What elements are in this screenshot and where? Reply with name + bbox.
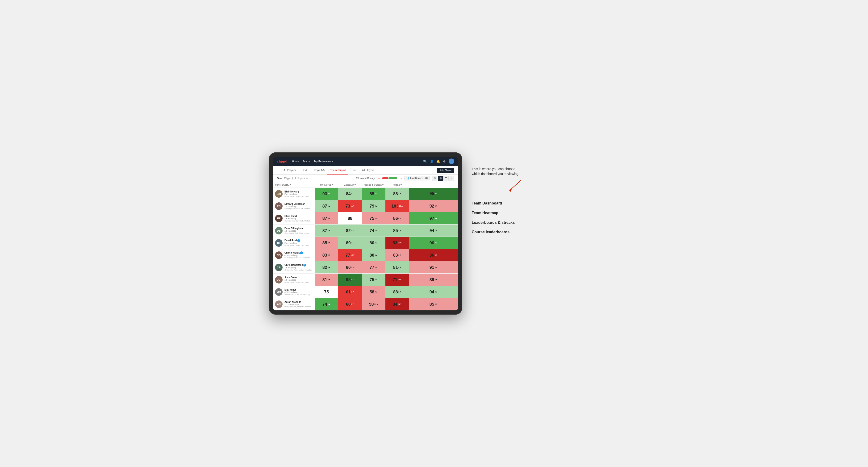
last-rounds-button[interactable]: 📊 Last Rounds: 20: [404, 176, 430, 181]
svg-line-0: [509, 180, 521, 191]
player-name: Charlie Quick: [284, 251, 313, 254]
stat-cell-6-3: 81 4▲: [385, 261, 409, 274]
stat-value: 85: [370, 192, 374, 196]
subnav-pgat[interactable]: PGAT Players: [277, 166, 299, 175]
table-row[interactable]: MM Matt Miller 6-10 Handicap Woburn Golf…: [273, 286, 458, 298]
stat-value: 94: [430, 290, 434, 294]
team-controls: 20 Round Change -5 +5 📊 Last Rounds: 20 …: [356, 176, 454, 181]
bell-icon[interactable]: 🔔: [436, 160, 440, 163]
player-cell-7: JC Josh Coles 1-5 Handicap Royal North D…: [273, 274, 315, 286]
stat-change: 21▼: [398, 303, 402, 305]
subnav-hcaps[interactable]: Hcaps 1-5: [310, 166, 328, 175]
stat-cell-2-1: 88: [338, 212, 362, 224]
stat-change: 3▼: [375, 266, 378, 269]
annotation-item-0: Team Dashboard: [472, 201, 538, 206]
player-hcp: Plus Handicap: [284, 193, 313, 195]
player-cell-3: DB Dave Billingham 1-5 Handicap Gog Mago…: [273, 224, 315, 237]
annotation-arrow: This is where you can choose which dashb…: [472, 166, 538, 194]
player-cell-6: CR Chris Robertson 1-5 Handicap Craigmil…: [273, 261, 315, 274]
player-name: Aaron Nicholls: [284, 301, 313, 303]
nav-link-home[interactable]: Home: [292, 160, 299, 163]
col-header-approach[interactable]: Approach ▾: [338, 182, 362, 188]
neg-change: -5: [378, 177, 380, 180]
table-row[interactable]: EE Elliot Ebert 1-5 Handicap Sunningdale…: [273, 212, 458, 224]
nav-link-myperformance[interactable]: My Performance: [314, 160, 333, 163]
player-hcp: 1-5 Handicap: [284, 279, 313, 281]
player-info: Blair McHarg Plus Handicap Royal North D…: [284, 190, 313, 197]
player-avatar: JC: [275, 276, 283, 283]
table-row[interactable]: CR Chris Robertson 1-5 Handicap Craigmil…: [273, 261, 458, 274]
player-name: Edward Crossman: [284, 203, 313, 205]
stat-change: 8▼: [435, 254, 437, 256]
stat-change: 2▲: [375, 279, 378, 281]
stat-cell-3-3: 85 3▼: [385, 224, 409, 237]
player-cell-1: EC Edward Crossman 1-5 Handicap Sunningd…: [273, 200, 315, 212]
bar-positive: [389, 177, 397, 179]
team-count: | 14 Players: [292, 177, 305, 180]
nav-link-teams[interactable]: Teams: [303, 160, 310, 163]
stat-change: 3▼: [375, 217, 378, 219]
stat-cell-4-0: 85 3▼: [315, 237, 338, 249]
stat-value: 84: [346, 192, 351, 196]
table-row[interactable]: DF David Ford Plus Handicap Royal North …: [273, 237, 458, 249]
player-name: Elliot Ebert: [284, 215, 313, 217]
table-row[interactable]: CQ Charlie Quick 6-10 Handicap St. Georg…: [273, 249, 458, 261]
stat-value: 61: [346, 290, 351, 294]
stat-change: 3▼: [435, 266, 437, 269]
stat-change: 1▼: [351, 303, 354, 305]
stat-change: 11▼: [351, 205, 355, 207]
data-table: Player Quality ▾ Off the Tee ▾ Appro: [273, 182, 458, 310]
search-icon[interactable]: 🔍: [423, 160, 427, 163]
stat-value: 87: [322, 204, 327, 208]
stat-cell-8-1: 61 3▼: [338, 286, 362, 298]
list-view-button[interactable]: ☰: [443, 176, 448, 181]
stat-change: 6▲: [351, 193, 354, 195]
table-row[interactable]: DB Dave Billingham 1-5 Handicap Gog Mago…: [273, 224, 458, 237]
subnav-tour[interactable]: Tour: [348, 166, 359, 175]
subnav-pga[interactable]: PGA: [299, 166, 310, 175]
settings-icon[interactable]: ⚙: [443, 160, 446, 163]
download-button[interactable]: ↓: [449, 176, 454, 181]
edit-icon[interactable]: ✏: [306, 177, 308, 180]
table-row[interactable]: JC Josh Coles 1-5 Handicap Royal North D…: [273, 274, 458, 286]
col-header-putting[interactable]: Putting ▾: [385, 182, 409, 188]
round-change-label: 20 Round Change: [356, 177, 375, 180]
heatmap-view-button[interactable]: ▦: [438, 176, 443, 181]
player-avatar: CR: [275, 264, 283, 271]
table-row[interactable]: AN Aaron Nicholls 11-15 Handicap Drift G…: [273, 298, 458, 310]
last-rounds-value: 20: [425, 177, 428, 180]
table-row[interactable]: BM Blair McHarg Plus Handicap Royal Nort…: [273, 188, 458, 200]
stat-change: 14▼: [351, 254, 355, 256]
sub-nav: PGAT Players PGA Hcaps 1-5 Team Clippd T…: [273, 166, 458, 175]
stat-change: 4▼: [435, 303, 437, 305]
stat-value: 93: [322, 192, 327, 196]
player-info: David Ford Plus Handicap Royal North Dev…: [284, 239, 313, 247]
stat-cell-4-2: 80 3▲: [362, 237, 385, 249]
stat-cell-5-1: 77 14▼: [338, 249, 362, 261]
user-icon[interactable]: 👤: [430, 160, 434, 163]
stat-value: 74: [370, 228, 374, 233]
subnav-allplayers[interactable]: All Players: [359, 166, 377, 175]
player-avatar: DB: [275, 227, 283, 235]
player-name: Matt Miller: [284, 288, 313, 291]
subnav-teamclippd[interactable]: Team Clippd: [328, 166, 348, 175]
col-header-around[interactable]: Around the Green ▾: [362, 182, 385, 188]
stat-cell-0-3: 88 1▼: [385, 188, 409, 200]
add-team-button[interactable]: Add Team: [437, 168, 454, 173]
stat-cell-2-4: 97 5▲: [409, 212, 458, 224]
stat-change: 5▲: [435, 217, 437, 219]
col-header-offtee[interactable]: Off the Tee ▾: [315, 182, 338, 188]
table-row[interactable]: EC Edward Crossman 1-5 Handicap Sunningd…: [273, 200, 458, 212]
grid-view-button[interactable]: ⊞: [432, 176, 437, 181]
player-cell-0: BM Blair McHarg Plus Handicap Royal Nort…: [273, 188, 315, 200]
stat-cell-6-1: 60 2▲: [338, 261, 362, 274]
player-hcp: 1-5 Handicap: [284, 205, 313, 208]
stat-value: 60: [346, 266, 351, 270]
table-body: BM Blair McHarg Plus Handicap Royal Nort…: [273, 188, 458, 310]
last-rounds-label: Last Rounds:: [410, 177, 424, 180]
stat-cell-9-0: 74 8▲: [315, 298, 338, 310]
avatar[interactable]: U: [448, 158, 454, 164]
last-rounds-icon: 📊: [406, 177, 409, 180]
stat-value: 95: [430, 191, 434, 196]
stat-cell-7-3: 71 11▼: [385, 274, 409, 286]
